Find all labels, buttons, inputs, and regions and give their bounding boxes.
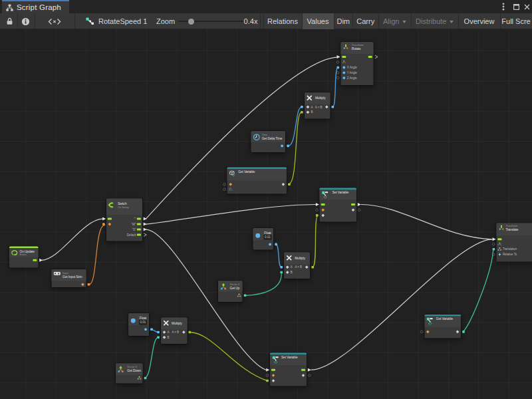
node-title: Float xyxy=(140,316,146,320)
multiply-icon xyxy=(286,255,293,261)
node-title: Get Delta Time xyxy=(262,136,283,140)
wire-multiply-1-to-rotate-x[interactable] xyxy=(332,68,338,107)
node-title: On Update xyxy=(20,249,35,253)
node-switch-on-string[interactable]: SwitchOn String xyxy=(106,199,142,241)
tab-script-graph[interactable]: Script Graph xyxy=(2,0,69,13)
wire-switch-w-to-set-variable-1[interactable] xyxy=(146,205,315,225)
toolbar-button-dim[interactable]: Dim xyxy=(334,13,353,29)
node-title: Switch xyxy=(118,201,127,205)
switch-icon xyxy=(108,202,116,209)
dropdown-caret-icon xyxy=(450,21,454,23)
wire-delta-time-to-multiply-1-a[interactable] xyxy=(289,107,302,146)
wire-set-variable-2-to-translate[interactable] xyxy=(311,239,492,370)
port-label: A xyxy=(168,331,170,334)
maximize-icon xyxy=(513,4,519,10)
node-rotate[interactable]: TransformRotate xyxy=(340,42,373,85)
wire-set-variable-1-to-translate[interactable] xyxy=(361,205,492,239)
multiply-icon xyxy=(307,94,313,101)
value-field[interactable]: 0.01 xyxy=(264,235,272,240)
port-label: Translation xyxy=(503,247,517,251)
toolbar-button-align[interactable]: Align xyxy=(378,13,412,29)
node-vector3-get-up[interactable]: Vector 3Get Up xyxy=(218,281,243,302)
node-header xyxy=(227,169,287,180)
toolbar-button-carry[interactable]: Carry xyxy=(353,13,379,29)
node-float-2[interactable]: Float0.01 xyxy=(128,313,149,336)
node-vector3-get-down[interactable]: Vector 3Get Down xyxy=(116,363,143,383)
wire-get-variable-1-to-multiply-1-b[interactable] xyxy=(289,112,302,184)
script-graph-icon xyxy=(5,3,14,12)
info-button[interactable] xyxy=(17,13,33,29)
tab-bar: Script Graph xyxy=(0,0,532,13)
wire-float-1-to-multiply-2-a[interactable] xyxy=(276,244,282,267)
node-get-variable-1[interactable]: Get Variable xyxy=(227,168,287,194)
zoom-slider-thumb[interactable] xyxy=(188,19,194,25)
node-title: Get Input Strin xyxy=(63,275,82,279)
node-get-variable-2[interactable]: Get Variable xyxy=(424,315,461,338)
case-label: "S" xyxy=(132,228,136,231)
node-title: Get Up xyxy=(230,286,240,290)
wire-get-variable-2-to-translate[interactable] xyxy=(463,251,493,332)
node-set-variable-1[interactable]: Set Variable xyxy=(320,188,356,222)
lock-button[interactable] xyxy=(1,13,17,29)
node-get-input-string[interactable]: InputGet Input Strin xyxy=(52,269,86,287)
wire-get-down-to-multiply-3-b[interactable] xyxy=(145,337,159,378)
node-subtitle: On String xyxy=(118,205,129,209)
node-title: Multiply xyxy=(295,256,305,260)
toolbar-separator xyxy=(458,13,459,29)
window-menu-button[interactable] xyxy=(499,0,508,13)
gamepad-icon xyxy=(53,272,61,276)
code-view-button[interactable] xyxy=(41,13,68,29)
graph-canvas[interactable]: On UpdateEvent InputGet Input Strin Swit… xyxy=(0,29,532,399)
zoom-label: Zoom xyxy=(154,13,177,29)
node-subtitle: Event xyxy=(20,253,27,257)
setvar-icon xyxy=(426,317,434,325)
operation-label: A × B xyxy=(315,105,322,108)
setvar-icon xyxy=(321,191,329,199)
wire-multiply-2-to-set-variable-1[interactable] xyxy=(313,215,318,267)
graph-name: RotateSpeed 1 xyxy=(98,17,147,25)
wire-float-2-to-multiply-3-a[interactable] xyxy=(151,329,158,332)
wire-on-update-to-switch[interactable] xyxy=(42,219,102,260)
toolbar-button-values[interactable]: Values xyxy=(302,13,334,29)
operation-label: A × B xyxy=(172,331,178,334)
wire-multiply-3-to-set-variable-2[interactable] xyxy=(190,332,267,381)
toolbar-button-distribute[interactable]: Distribute xyxy=(412,13,459,29)
info-icon xyxy=(21,17,30,26)
wire-switch-empty-to-rotate[interactable] xyxy=(146,57,338,219)
window-close-button[interactable] xyxy=(521,0,532,13)
toolbar-button-relations[interactable]: Relations xyxy=(263,13,302,29)
node-set-variable-2[interactable]: Set Variable xyxy=(270,352,307,386)
wire-get-up-to-multiply-2-b[interactable] xyxy=(245,274,282,295)
toolbar-button-fullscreen[interactable]: Full Scre xyxy=(500,13,532,29)
toolbar-separator xyxy=(378,13,379,29)
kebab-menu-icon xyxy=(502,3,505,11)
node-title: Get Variable xyxy=(238,170,255,174)
node-float-1[interactable]: Float0.01 xyxy=(253,228,274,250)
lock-icon xyxy=(6,17,13,25)
node-title: Multiply xyxy=(172,321,182,325)
port-label: A xyxy=(291,265,293,269)
node-title: Get Down xyxy=(127,368,141,372)
graph-breadcrumb[interactable]: RotateSpeed 1 xyxy=(85,13,152,29)
dropdown-caret-icon xyxy=(402,21,406,23)
wire-layer xyxy=(0,29,532,399)
vector3-icon xyxy=(118,366,124,373)
wire-input-string-to-switch[interactable] xyxy=(89,225,105,285)
window-maximize-button[interactable] xyxy=(511,0,521,13)
toolbar-separator xyxy=(352,13,353,29)
toolbar-separator xyxy=(263,13,264,29)
operation-label: A × B xyxy=(295,265,301,269)
port-label: B xyxy=(291,271,293,274)
node-on-update[interactable]: On UpdateEvent xyxy=(9,246,38,267)
zoom-value: 0.4x xyxy=(241,13,261,29)
value-field[interactable]: 0.01 xyxy=(139,320,147,325)
node-title: Set Variable xyxy=(332,190,349,194)
transform-icon xyxy=(498,225,505,233)
wire-switch-s-to-set-variable-2[interactable] xyxy=(146,229,266,370)
code-brackets-icon xyxy=(48,18,61,25)
toolbar-separator xyxy=(17,13,18,29)
script-graph-asset-icon xyxy=(85,17,95,27)
node-get-delta-time[interactable]: TimeGet Delta Time xyxy=(251,131,285,152)
toolbar-button-overview[interactable]: Overview xyxy=(458,13,500,29)
toolbar-separator xyxy=(334,13,334,29)
